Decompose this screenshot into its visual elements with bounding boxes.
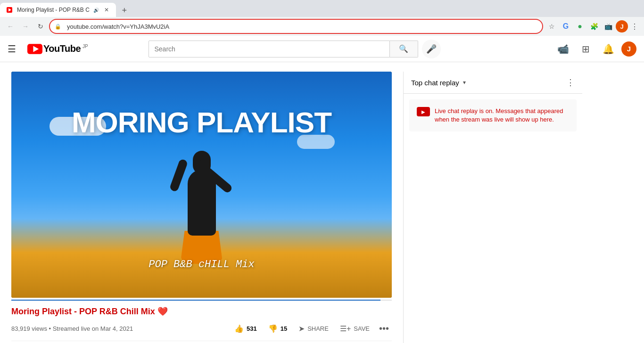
chat-dropdown-button[interactable]: ▾ [463,79,466,86]
tab-title: Moring Playlist - POP R&B C [17,7,90,13]
forward-button[interactable]: → [19,20,32,33]
search-button[interactable]: 🔍 [390,41,418,57]
extension-button[interactable]: ● [573,20,586,33]
like-count: 531 [247,325,257,332]
save-label: SAVE [354,325,370,332]
video-camera-icon: 📹 [557,43,569,55]
more-button[interactable]: ••• [376,320,392,337]
youtube-page: ☰ YouTube JP 🔍 🎤 📹 ⊞ [0,36,644,343]
dislike-button[interactable]: 👎 15 [264,321,292,336]
main-content: MORING PLAYLIST POP B&B cHILL Mix [0,62,644,343]
hamburger-menu-button[interactable]: ☰ [8,43,16,55]
share-button[interactable]: ➤ SHARE [294,321,333,336]
chat-header: Top chat replay ▾ ⋮ [404,72,582,94]
share-icon: ➤ [298,324,305,333]
browser-window: Moring Playlist - POP R&B C 🔊 ✕ + ← → ↻ … [0,0,644,36]
chat-title-row: Top chat replay ▾ [411,79,466,87]
extensions-puzzle-button[interactable]: 🧩 [587,20,601,33]
google-apps-button[interactable]: G [559,20,572,33]
chat-panel: Top chat replay ▾ ⋮ Live chat replay is … [403,72,582,343]
youtube-header: ☰ YouTube JP 🔍 🎤 📹 ⊞ [0,36,644,62]
video-title[interactable]: Moring Playlist - POP R&B Chill Mix ❤️ [11,306,392,317]
like-bar [11,300,392,301]
apps-grid-button[interactable]: ⊞ [576,40,595,58]
back-button[interactable]: ← [4,20,17,33]
profile-avatar[interactable]: J [621,41,636,57]
video-meta: 83,919 views • Streamed live on Mar 4, 2… [11,325,133,332]
tab-close-button[interactable]: ✕ [103,6,110,14]
profile-avatar-nav[interactable]: J [616,20,628,33]
mic-icon: 🎤 [426,44,437,54]
bell-icon: 🔔 [603,43,614,55]
video-actions: 👍 531 👎 15 ➤ SHARE ☰+ [230,320,392,337]
save-button[interactable]: ☰+ SAVE [335,321,374,336]
youtube-logo[interactable]: YouTube JP [27,43,88,54]
lock-icon: 🔒 [55,24,61,30]
save-icon: ☰+ [340,324,351,333]
address-bar[interactable] [49,19,543,34]
new-tab-button[interactable]: + [118,4,131,17]
bookmark-star-button[interactable]: ☆ [545,20,558,33]
dislike-icon: 👎 [268,324,278,333]
header-right: 📹 ⊞ 🔔 J [553,40,636,58]
dislike-count: 15 [281,325,287,332]
youtube-country-label: JP [83,44,88,49]
chrome-menu-button[interactable]: ⋮ [629,22,640,31]
youtube-logo-text: YouTube [43,43,81,54]
audio-icon: 🔊 [93,8,99,13]
address-bar-wrapper: 🔒 [49,19,543,34]
like-button[interactable]: 👍 531 [230,321,262,336]
cast-button[interactable]: 📺 [602,20,615,33]
video-info: Moring Playlist - POP R&B Chill Mix ❤️ 8… [11,301,392,341]
like-fill [11,300,380,301]
browser-nav-bar: ← → ↻ 🔒 ☆ G ● 🧩 📺 J ⋮ [0,17,644,36]
youtube-logo-icon [27,44,42,54]
search-box [149,41,390,57]
like-icon: 👍 [234,324,244,333]
chat-notice-text: Live chat replay is on. Messages that ap… [435,107,569,124]
person-silhouette [155,141,249,264]
video-meta-row: 83,919 views • Streamed live on Mar 4, 2… [11,320,392,337]
video-player[interactable]: MORING PLAYLIST POP B&B cHILL Mix [11,72,392,298]
person-arm-left [169,158,188,192]
search-container: 🔍 🎤 [149,40,441,58]
video-overlay-title: MORING PLAYLIST [72,106,331,139]
share-label: SHARE [307,325,329,332]
tab-favicon [6,6,13,14]
video-overlay-subtitle: POP B&B cHILL Mix [149,259,254,270]
tab-bar: Moring Playlist - POP R&B C 🔊 ✕ + [0,0,644,17]
chat-title: Top chat replay [411,79,459,87]
chat-yt-icon [417,107,430,116]
video-section: MORING PLAYLIST POP B&B cHILL Mix [0,62,403,343]
mic-button[interactable]: 🎤 [422,40,441,58]
channel-row: Top Music Forever SUBSCRIBE [11,341,392,343]
search-icon: 🔍 [399,44,408,53]
refresh-button[interactable]: ↻ [34,20,47,33]
apps-grid-icon: ⊞ [582,43,590,55]
chat-more-button[interactable]: ⋮ [566,77,575,88]
nav-icons-right: ☆ G ● 🧩 📺 J ⋮ [545,20,640,33]
search-input[interactable] [149,45,389,53]
notifications-button[interactable]: 🔔 [599,40,618,58]
create-video-button[interactable]: 📹 [553,40,572,58]
active-tab[interactable]: Moring Playlist - POP R&B C 🔊 ✕ [0,3,116,17]
video-thumbnail: MORING PLAYLIST POP B&B cHILL Mix [11,72,392,298]
chat-notice: Live chat replay is on. Messages that ap… [409,99,577,131]
